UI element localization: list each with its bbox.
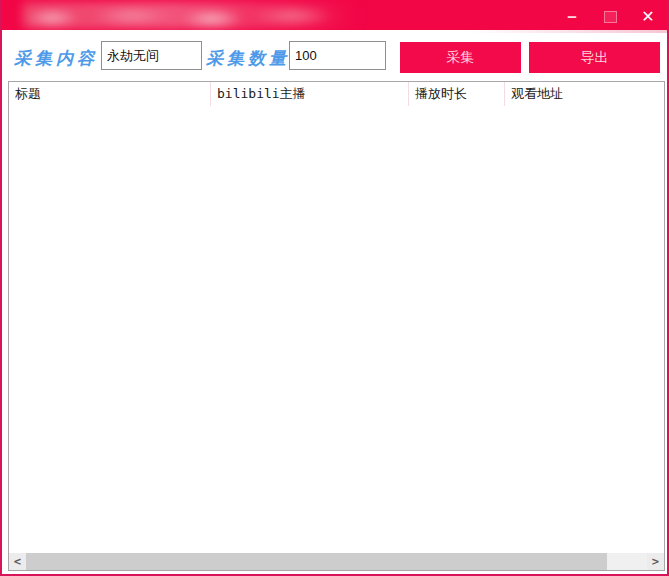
titlebar[interactable]: – ✕	[0, 0, 669, 33]
result-list: 标题 bilibili主播 播放时长 观看地址 < >	[8, 81, 665, 571]
horizontal-scrollbar[interactable]: < >	[9, 553, 664, 570]
column-header-url[interactable]: 观看地址	[505, 82, 664, 106]
scroll-left-icon: <	[13, 556, 21, 567]
minimize-button[interactable]: –	[553, 0, 591, 33]
window-controls: – ✕	[553, 0, 667, 33]
table-header-row: 标题 bilibili主播 播放时长 观看地址	[9, 82, 664, 107]
minimize-icon: –	[567, 12, 576, 22]
scroll-left-button[interactable]: <	[9, 553, 26, 570]
scroll-right-button[interactable]: >	[647, 553, 664, 570]
close-icon: ✕	[641, 7, 654, 26]
maximize-button[interactable]	[591, 0, 629, 33]
collect-content-input[interactable]	[101, 41, 202, 70]
maximize-icon	[604, 11, 617, 23]
scroll-right-icon: >	[651, 556, 659, 567]
titlebar-bottom-fade	[0, 30, 669, 33]
scrollbar-thumb[interactable]	[26, 553, 607, 570]
column-header-duration[interactable]: 播放时长	[409, 82, 505, 106]
app-window: – ✕ 采集内容 采集数量 采集 导出 标题 bilibili主播 播放时长 观…	[0, 0, 669, 576]
scrollbar-track[interactable]	[607, 553, 647, 570]
collect-count-input[interactable]	[289, 41, 386, 70]
export-button[interactable]: 导出	[529, 42, 660, 73]
close-button[interactable]: ✕	[629, 0, 667, 33]
blurred-app-title	[22, 2, 357, 29]
column-header-streamer[interactable]: bilibili主播	[211, 82, 409, 106]
column-header-title[interactable]: 标题	[9, 82, 211, 106]
collect-count-label: 采集数量	[206, 47, 290, 70]
collect-button[interactable]: 采集	[400, 42, 521, 73]
collect-content-label: 采集内容	[14, 47, 98, 70]
table-body-empty	[9, 106, 664, 553]
